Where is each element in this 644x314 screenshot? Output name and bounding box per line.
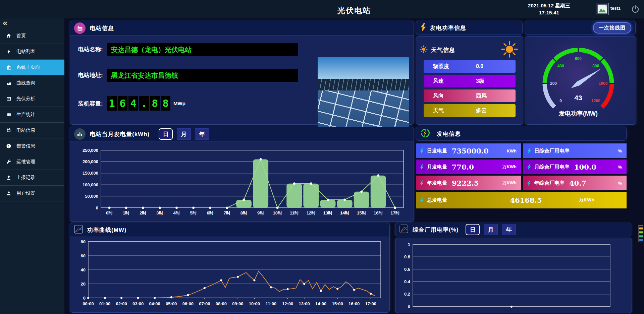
monthly-range-button-年[interactable]: 年 xyxy=(195,128,209,140)
monthly-range-button-日[interactable]: 日 xyxy=(159,128,173,140)
sidebar-item-curve-query[interactable]: 曲线查询 xyxy=(0,75,64,91)
svg-text:05:00: 05:00 xyxy=(166,301,177,306)
sidebar-item-production-stats[interactable]: 生产统计 xyxy=(0,107,64,123)
generation-value: 735000.0 xyxy=(452,147,489,155)
monthly-range-button-月[interactable]: 月 xyxy=(177,128,191,140)
sidebar-item-station-list[interactable]: 电站列表 xyxy=(0,44,64,60)
sidebar-item-label: 首页 xyxy=(16,33,26,39)
weather-row-风速: 风速3级 xyxy=(424,75,516,87)
svg-text:08:00: 08:00 xyxy=(216,301,227,306)
svg-text:17:00: 17:00 xyxy=(365,301,376,306)
svg-text:0: 0 xyxy=(83,296,86,301)
power-info-header: 发电功率信息 xyxy=(416,21,523,35)
panel-icon xyxy=(6,96,11,102)
svg-text:7时: 7时 xyxy=(224,210,231,215)
generation-label: 月发电量 xyxy=(427,164,447,170)
sidebar-item-label: 运维管理 xyxy=(16,159,35,165)
weather-value: 0.0 xyxy=(476,63,483,69)
sidebar-item-home[interactable]: 首页 xyxy=(0,28,64,44)
svg-text:15时: 15时 xyxy=(357,210,366,215)
generation-cell-total: 总发电量46168.5万KWh xyxy=(416,192,627,208)
svg-text:9时: 9时 xyxy=(257,210,264,215)
svg-text:12:00: 12:00 xyxy=(282,301,293,306)
panel-title-generation: 发电信息 xyxy=(437,130,461,138)
generation-label: 年综合厂电率 xyxy=(534,180,565,186)
weather-row-风向: 风向西风 xyxy=(424,89,516,102)
monthly-energy-header: 电站当月发电量(kWh) 日月年 xyxy=(70,127,414,141)
svg-text:1: 1 xyxy=(408,242,410,247)
svg-text:0: 0 xyxy=(408,304,410,309)
sidebar-item-alarm-info[interactable]: 告警信息 xyxy=(0,138,64,154)
power-gauge: 02004006008001000120043发电功率(MW) xyxy=(525,37,636,126)
capacity-digit: . xyxy=(139,96,149,111)
calendar-icon xyxy=(6,128,11,133)
rate-range-button-日[interactable]: 日 xyxy=(466,224,480,235)
color-scale-widget[interactable] xyxy=(638,225,643,242)
weather-label: 天气 xyxy=(424,107,470,114)
station-info-body: 电站名称: 安达昌德（龙电）光伏电站 电站地址: 黑龙江省安达市昌德镇 装机容量… xyxy=(70,36,414,124)
svg-text:0.8: 0.8 xyxy=(404,254,410,259)
panel-title-plant-rate: 综合厂用电率(%) xyxy=(413,226,459,234)
energy-bolt-icon xyxy=(527,148,532,154)
svg-text:5时: 5时 xyxy=(190,210,197,215)
sidebar-item-station-info[interactable]: 电站信息 xyxy=(0,123,64,138)
sidebar-item-ops-management[interactable]: 运维管理 xyxy=(0,154,64,170)
generation-value: 100.0 xyxy=(574,163,596,171)
svg-text:13时: 13时 xyxy=(323,210,333,215)
svg-text:14:00: 14:00 xyxy=(315,301,326,306)
sidebar-item-report-records[interactable]: 上报记录 xyxy=(0,170,64,186)
sidebar-item-label: 电站信息 xyxy=(16,127,35,133)
table-icon xyxy=(6,112,11,117)
svg-text:0时: 0时 xyxy=(106,210,113,215)
collapse-sidebar-button[interactable]: « xyxy=(0,18,64,28)
solar-panels-photo xyxy=(318,57,409,133)
sidebar: « 首页电站列表系统主页面曲线查询光伏分析生产统计电站信息告警信息运维管理上报记… xyxy=(0,18,64,314)
weather-value: 多云 xyxy=(476,107,487,114)
svg-text:200,000: 200,000 xyxy=(83,159,98,164)
sidebar-item-system-home[interactable]: 系统主页面 xyxy=(0,60,64,75)
svg-text:0.6: 0.6 xyxy=(404,267,410,272)
generation-value: 770.0 xyxy=(452,163,474,171)
svg-text:02:00: 02:00 xyxy=(116,301,127,306)
capacity-unit: MWp xyxy=(173,101,185,106)
station-info-panel: 电站信息 电站名称: 安达昌德（龙电）光伏电站 电站地址: 黑龙江省安达市昌德镇… xyxy=(70,21,414,125)
svg-text:80: 80 xyxy=(81,239,86,244)
time-text: 17:15:41 xyxy=(521,9,578,16)
sidebar-item-label: 上报记录 xyxy=(16,175,35,181)
station-name-label: 电站名称: xyxy=(78,46,103,53)
rate-range-button-月[interactable]: 月 xyxy=(484,224,498,235)
svg-text:2时: 2时 xyxy=(140,210,147,215)
weather-value: 西风 xyxy=(476,92,487,100)
energy-bolt-icon xyxy=(419,180,424,186)
weather-row-天气: 天气多云 xyxy=(424,104,516,117)
power-curve-panel: 功率曲线(MW) 02040608000:0001:0002:0003:0004… xyxy=(70,223,390,313)
svg-text:50,000: 50,000 xyxy=(85,194,98,199)
alert-icon xyxy=(6,143,11,149)
monthly-energy-panel: 电站当月发电量(kWh) 日月年 050,000100,000150,00020… xyxy=(70,127,414,222)
power-logout-icon[interactable] xyxy=(631,5,639,13)
sidebar-item-pv-analysis[interactable]: 光伏分析 xyxy=(0,91,64,107)
svg-text:10:00: 10:00 xyxy=(249,301,260,306)
generation-label: 总发电量 xyxy=(427,197,447,203)
user-menu[interactable]: test1 xyxy=(596,3,621,15)
datetime: 2021-05-12 星期三 17:15:41 xyxy=(521,2,578,16)
svg-text:4时: 4时 xyxy=(173,210,180,215)
svg-text:15:00: 15:00 xyxy=(332,301,343,306)
generation-cell-年综合厂电率: 年综合厂电率40.7% xyxy=(523,176,627,190)
plant-rate-chart: 00.20.40.60.81 xyxy=(397,239,629,313)
capacity-digit: 8 xyxy=(161,96,170,111)
svg-text:1时: 1时 xyxy=(123,210,130,215)
area-chart-icon xyxy=(6,80,11,86)
wiring-diagram-button[interactable]: 一次接线图 xyxy=(593,22,631,34)
generation-value: 9222.5 xyxy=(452,179,479,187)
energy-bolt-icon xyxy=(419,197,424,203)
capacity-digit: 6 xyxy=(118,96,127,111)
svg-text:43: 43 xyxy=(574,94,582,102)
svg-text:14时: 14时 xyxy=(340,210,350,215)
sidebar-item-user-settings[interactable]: 用户设置 xyxy=(0,186,64,201)
rate-range-button-年[interactable]: 年 xyxy=(502,224,516,235)
svg-text:40: 40 xyxy=(81,267,86,272)
svg-text:07:00: 07:00 xyxy=(199,301,210,306)
capacity-label: 装机容量: xyxy=(78,100,103,108)
svg-text:16时: 16时 xyxy=(374,210,383,215)
